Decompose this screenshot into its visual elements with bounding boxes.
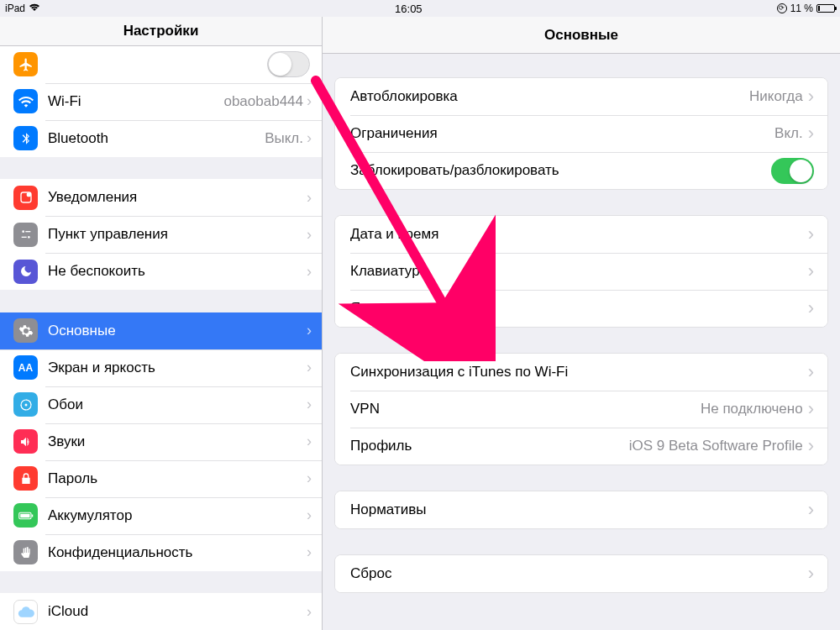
row-restrictions[interactable]: Ограничения Вкл. › (335, 115, 827, 152)
row-label: Нормативы (350, 501, 806, 518)
sidebar-item-control-center[interactable]: Пункт управления › (0, 216, 322, 253)
chevron-right-icon: › (808, 501, 814, 519)
control-center-icon (13, 223, 38, 247)
chevron-right-icon: › (307, 322, 312, 339)
row-profile[interactable]: Профиль iOS 9 Beta Software Profile › (335, 428, 827, 465)
section-regulatory: Нормативы › (334, 491, 828, 529)
detail-pane: Основные Автоблокировка Никогда › Ограни… (323, 17, 840, 630)
gear-icon (13, 318, 38, 343)
section-sync: Синхронизация с iTunes по Wi-Fi › VPN Не… (334, 353, 828, 465)
chevron-right-icon: › (307, 507, 312, 524)
row-label: Профиль (350, 438, 629, 454)
clock: 16:05 (40, 3, 777, 15)
settings-sidebar: Настройки Wi-Fi obaobab444 › (0, 17, 323, 630)
toggle-airplane[interactable] (267, 51, 310, 77)
sidebar-title: Настройки (123, 23, 199, 39)
row-label: Клавиатура (350, 263, 806, 280)
rotation-lock-icon: ⟳ (777, 3, 787, 13)
section-datetime: Дата и время › Клавиатура › Язык и регио… (334, 215, 828, 328)
row-language[interactable]: Язык и регион › (335, 290, 827, 327)
chevron-right-icon: › (808, 225, 814, 244)
row-label: Язык и регион (350, 300, 806, 317)
sidebar-item-sounds[interactable]: Звуки › (0, 423, 322, 460)
sidebar-header: Настройки (0, 17, 322, 46)
sidebar-item-label: Основные (48, 323, 307, 339)
chevron-right-icon: › (808, 564, 814, 583)
sidebar-item-display[interactable]: AA Экран и яркость › (0, 349, 322, 386)
chevron-right-icon: › (307, 396, 312, 413)
chevron-right-icon: › (808, 363, 814, 381)
chevron-right-icon: › (307, 470, 312, 487)
row-regulatory[interactable]: Нормативы › (335, 491, 827, 528)
svg-rect-5 (21, 237, 26, 238)
row-label: Заблокировать/разблокировать (350, 162, 771, 179)
chevron-right-icon: › (808, 124, 814, 143)
hand-icon (13, 540, 38, 564)
row-value: Вкл. (774, 125, 803, 142)
sidebar-item-label: Обои (48, 396, 307, 413)
sidebar-item-label: Аккумулятор (48, 507, 307, 524)
sidebar-item-passcode[interactable]: Пароль › (0, 460, 322, 497)
row-value: Не подключено (701, 401, 803, 417)
section-reset: Сброс › (334, 554, 828, 593)
row-datetime[interactable]: Дата и время › (335, 216, 827, 253)
row-label: Синхронизация с iTunes по Wi-Fi (350, 364, 806, 381)
sidebar-item-label: Звуки (48, 433, 307, 450)
wallpaper-icon (13, 392, 38, 417)
sidebar-item-label: iCloud (48, 603, 307, 620)
row-label: Автоблокировка (350, 88, 749, 105)
detail-title: Основные (544, 27, 618, 44)
row-reset[interactable]: Сброс › (335, 555, 827, 592)
svg-point-2 (22, 230, 24, 233)
row-value: Никогда (749, 88, 803, 105)
sidebar-item-wifi[interactable]: Wi-Fi obaobab444 › (0, 83, 322, 120)
chevron-right-icon: › (307, 226, 312, 244)
chevron-right-icon: › (307, 603, 312, 621)
row-keyboard[interactable]: Клавиатура › (335, 253, 827, 290)
row-lockunlock[interactable]: Заблокировать/разблокировать (335, 152, 827, 189)
bluetooth-icon (13, 126, 38, 150)
sidebar-item-bluetooth[interactable]: Bluetooth Выкл. › (0, 120, 322, 157)
sidebar-item-battery[interactable]: Аккумулятор › (0, 497, 322, 534)
battery-percent: 11 % (790, 3, 813, 14)
svg-rect-9 (31, 514, 33, 517)
sidebar-item-label: Пароль (48, 470, 307, 487)
chevron-right-icon: › (307, 92, 312, 110)
toggle-lockunlock[interactable] (771, 158, 814, 184)
row-label: VPN (350, 401, 701, 417)
row-label: Ограничения (350, 125, 774, 142)
sidebar-item-notifications[interactable]: Уведомления › (0, 179, 322, 216)
notifications-icon (13, 186, 38, 210)
status-bar: iPad 16:05 ⟳ 11 % (0, 0, 840, 17)
sidebar-item-dnd[interactable]: Не беспокоить › (0, 253, 322, 290)
chevron-right-icon: › (808, 437, 814, 455)
sidebar-item-label: Конфиденциальность (48, 544, 307, 561)
row-value: iOS 9 Beta Software Profile (629, 438, 803, 454)
cloud-icon (13, 600, 38, 624)
svg-rect-3 (25, 231, 30, 232)
svg-point-4 (28, 236, 30, 239)
sidebar-item-label: Уведомления (48, 189, 307, 206)
svg-point-1 (27, 193, 30, 197)
airplane-icon (13, 52, 38, 76)
device-label: iPad (5, 3, 25, 14)
lock-icon (13, 466, 38, 491)
sidebar-item-label: Bluetooth (48, 130, 265, 147)
moon-icon (13, 260, 38, 284)
chevron-right-icon: › (307, 263, 312, 281)
sidebar-item-general[interactable]: Основные › (0, 312, 322, 349)
row-vpn[interactable]: VPN Не подключено › (335, 391, 827, 428)
sidebar-item-label: Wi-Fi (48, 93, 223, 110)
svg-point-7 (24, 403, 27, 406)
sidebar-item-privacy[interactable]: Конфиденциальность › (0, 534, 322, 571)
sidebar-item-icloud[interactable]: iCloud › (0, 593, 322, 630)
row-itunes-wifi-sync[interactable]: Синхронизация с iTunes по Wi-Fi › (335, 354, 827, 391)
speaker-icon (13, 429, 38, 454)
sidebar-item-wallpaper[interactable]: Обои › (0, 386, 322, 423)
chevron-right-icon: › (307, 129, 312, 147)
wifi-icon (13, 89, 38, 113)
section-autolock: Автоблокировка Никогда › Ограничения Вкл… (334, 77, 828, 190)
sidebar-item-airplane[interactable] (0, 46, 322, 83)
row-autolock[interactable]: Автоблокировка Никогда › (335, 78, 827, 115)
sidebar-item-value: obaobab444 (223, 93, 303, 110)
